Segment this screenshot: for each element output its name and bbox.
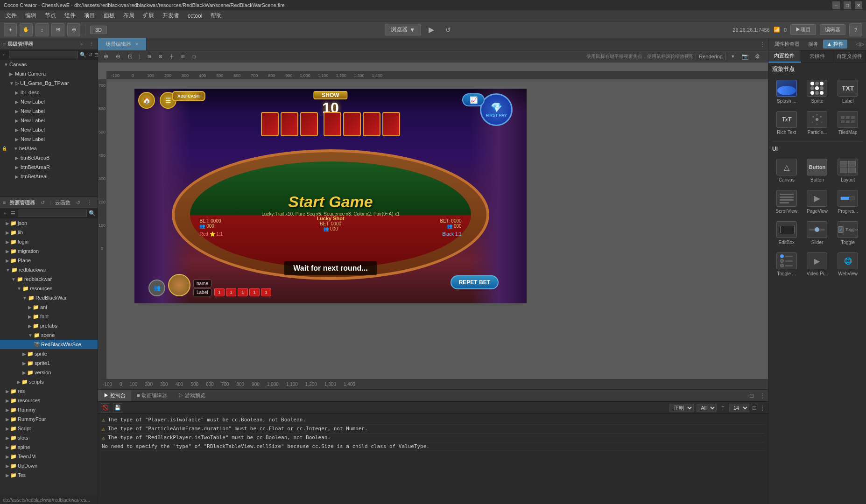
regex-select[interactable]: 正则: [669, 404, 694, 412]
scene-canvas-area[interactable]: -100 0 100 200 300 400 500 600 700 800 9…: [98, 63, 768, 389]
ui-item-progress[interactable]: Progres...: [833, 187, 862, 217]
res-item-migration[interactable]: ▶📁migration: [0, 246, 98, 256]
filter-select[interactable]: All: [697, 404, 717, 412]
res-item-tes[interactable]: ▶📁Tes: [0, 470, 98, 480]
console-tab-btn[interactable]: ▶ 控制台: [98, 390, 131, 402]
console-save-btn[interactable]: 💾: [113, 403, 122, 413]
ruler-btn5[interactable]: ◻: [189, 51, 199, 62]
ui-item-layout[interactable]: Layout: [833, 156, 862, 185]
ui-item-page-view[interactable]: ▶ PageView: [803, 187, 832, 217]
right-panel-arrow-right[interactable]: ▷: [860, 41, 864, 47]
tree-item-betatea[interactable]: 🔒 ▼ betAtea: [0, 144, 98, 153]
render-item-particle[interactable]: Particle...: [803, 108, 832, 138]
cloud-options-btn[interactable]: ⋮: [85, 199, 93, 206]
menu-item-编辑[interactable]: 编辑: [21, 11, 40, 21]
bottom-panel-collapse[interactable]: ⊟: [746, 392, 757, 399]
hierarchy-options-btn[interactable]: ⋮: [87, 40, 95, 48]
res-item-slots[interactable]: ▶📁slots: [0, 433, 98, 442]
toolbar-move-btn[interactable]: ↕: [35, 23, 49, 36]
render-item-sprite[interactable]: Sprite: [803, 77, 832, 106]
menu-item-文件[interactable]: 文件: [2, 11, 21, 21]
tree-item-btn-b[interactable]: ▶ btnBetAreaB: [0, 153, 98, 162]
res-add-btn[interactable]: ＋: [2, 210, 8, 217]
ui-item-video[interactable]: ▶ Video Pi...: [803, 250, 832, 279]
toolbar-rect-btn[interactable]: ⊞: [51, 23, 64, 36]
res-item-scripts[interactable]: ▶📁scripts: [0, 377, 98, 386]
res-item-font[interactable]: ▶📁font: [0, 312, 98, 321]
toolbar-3d-btn[interactable]: 3D: [90, 26, 107, 34]
menu-item-节点[interactable]: 节点: [41, 11, 60, 21]
menu-item-组件[interactable]: 组件: [61, 11, 79, 21]
group-btn[interactable]: 👥: [148, 280, 165, 296]
refresh-button[interactable]: ↺: [442, 23, 455, 36]
tree-item-btn-l[interactable]: ▶ btnBetAreaL: [0, 172, 98, 181]
tab-controls[interactable]: ▲ 控件: [823, 40, 847, 49]
menu-item-扩展[interactable]: 扩展: [139, 11, 158, 21]
console-clear-btn[interactable]: 🚫: [101, 403, 110, 413]
ui-item-webview[interactable]: 🌐 WebView: [833, 250, 862, 279]
res-list-btn[interactable]: ☰: [10, 210, 16, 217]
maximize-button[interactable]: □: [844, 1, 851, 9]
res-item-prefabs[interactable]: ▶📁prefabs: [0, 321, 98, 330]
scene-editor-tab[interactable]: 场景编辑器 ✕: [98, 38, 147, 50]
add-cash-btn[interactable]: ADD CASH: [172, 91, 205, 101]
preview-tab-btn[interactable]: ▷ 游戏预览: [173, 390, 211, 402]
help-button[interactable]: ?: [849, 23, 862, 36]
res-item-redblackwar[interactable]: ▼📁redblackwar: [0, 265, 98, 274]
subtab-builtin[interactable]: 内置控件: [768, 50, 801, 63]
hierarchy-refresh-btn[interactable]: ↺: [88, 51, 92, 58]
tree-item-ui-game-bg[interactable]: ▼ ▷ UI_Game_Bg_TPwar: [0, 78, 98, 88]
res-item-version[interactable]: ▶📁version: [0, 368, 98, 377]
bottom-panel-menu[interactable]: ⋮: [757, 392, 768, 399]
tab-services[interactable]: 服务: [804, 40, 822, 49]
cloud-refresh-btn[interactable]: ↺: [74, 199, 82, 206]
res-item-redblackwar2[interactable]: ▼📁redblackwar: [0, 274, 98, 284]
hierarchy-search-input[interactable]: [9, 51, 78, 58]
render-item-rich-text[interactable]: TxT Rich Text: [772, 108, 801, 138]
res-item-sprite[interactable]: ▶📁sprite: [0, 349, 98, 358]
ruler-btn4[interactable]: ⊟: [178, 51, 188, 62]
render-item-tiledmap[interactable]: TiledMap: [833, 108, 862, 138]
close-button[interactable]: ✕: [855, 1, 862, 9]
res-item-rummy[interactable]: ▶📁Rummy: [0, 405, 98, 414]
font-size-select[interactable]: 14: [729, 404, 749, 412]
chart-btn[interactable]: 📈: [462, 93, 485, 106]
scene-tab-close[interactable]: ✕: [135, 42, 139, 47]
tab-properties[interactable]: 属性检查器: [770, 40, 803, 49]
res-item-scene-file[interactable]: 🎬RedBlackWarSce: [0, 340, 98, 349]
res-item-res[interactable]: ▶📁res: [0, 386, 98, 396]
res-item-spine[interactable]: ▶📁spine: [0, 442, 98, 452]
ui-item-canvas[interactable]: △ Canvas: [772, 156, 801, 185]
home-btn[interactable]: 🏠: [138, 92, 155, 109]
menu-item-帮助[interactable]: 帮助: [207, 11, 225, 21]
repet-bet-btn[interactable]: REPET BET: [451, 275, 499, 289]
res-item-ani[interactable]: ▶📁ani: [0, 302, 98, 312]
res-item-lib[interactable]: ▶📁lib: [0, 228, 98, 237]
toolbar-anchor-btn[interactable]: ⊕: [67, 23, 80, 36]
first-pay-btn[interactable]: 💎 FIRST PAY: [480, 93, 513, 126]
ui-item-toggle[interactable]: ✓ Toggle Toggle: [833, 218, 862, 248]
menu-item-开发者[interactable]: 开发者: [159, 11, 183, 21]
tree-item-lbl-desc[interactable]: ▶ lbl_desc: [0, 88, 98, 97]
minimize-button[interactable]: –: [832, 1, 840, 9]
res-refresh-btn[interactable]: ↺: [39, 199, 46, 206]
menu-item-面板[interactable]: 面板: [100, 11, 119, 21]
ui-item-editbox[interactable]: EditBox: [772, 218, 801, 248]
animation-tab-btn[interactable]: ■ 动画编辑器: [131, 390, 173, 402]
scene-panel-menu[interactable]: ⋮: [757, 41, 768, 48]
zoom-fit-btn[interactable]: ⊡: [125, 51, 135, 62]
console-menu-btn[interactable]: ⋮: [760, 405, 765, 411]
res-item-resources[interactable]: ▼📁resources: [0, 284, 98, 293]
ruler-btn3[interactable]: ┼: [167, 51, 177, 62]
tree-item-btn-r[interactable]: ▶ btnBetAreaR: [0, 162, 98, 172]
canvas-viewport[interactable]: 🏠 ☰ ADD CASH SHOW: [106, 79, 768, 379]
subtab-custom[interactable]: 自定义控件: [833, 50, 866, 63]
ui-item-toggle-group[interactable]: Toggle ...: [772, 250, 801, 279]
hierarchy-add-btn[interactable]: ＋: [78, 40, 85, 48]
scene-settings-btn[interactable]: ⚙: [752, 51, 762, 62]
tree-item-new-label-4[interactable]: ▶ New Label: [0, 125, 98, 134]
zoom-out-btn[interactable]: ⊖: [113, 51, 123, 62]
res-item-sprite1[interactable]: ▶📁sprite1: [0, 358, 98, 368]
camera-btn[interactable]: 📷: [740, 51, 750, 62]
menu-item-项目[interactable]: 项目: [80, 11, 99, 21]
